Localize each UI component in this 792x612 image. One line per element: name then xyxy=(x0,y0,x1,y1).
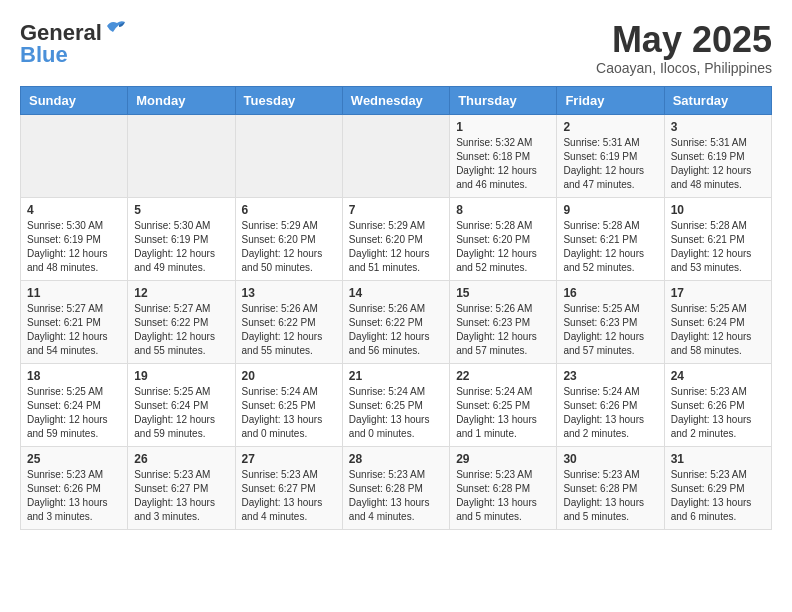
calendar-cell: 27Sunrise: 5:23 AM Sunset: 6:27 PM Dayli… xyxy=(235,446,342,529)
calendar-cell: 28Sunrise: 5:23 AM Sunset: 6:28 PM Dayli… xyxy=(342,446,449,529)
day-number: 20 xyxy=(242,369,336,383)
day-info: Sunrise: 5:25 AM Sunset: 6:23 PM Dayligh… xyxy=(563,302,657,358)
day-number: 18 xyxy=(27,369,121,383)
day-info: Sunrise: 5:23 AM Sunset: 6:26 PM Dayligh… xyxy=(27,468,121,524)
day-number: 22 xyxy=(456,369,550,383)
day-number: 26 xyxy=(134,452,228,466)
day-info: Sunrise: 5:31 AM Sunset: 6:19 PM Dayligh… xyxy=(563,136,657,192)
day-info: Sunrise: 5:30 AM Sunset: 6:19 PM Dayligh… xyxy=(134,219,228,275)
day-info: Sunrise: 5:27 AM Sunset: 6:22 PM Dayligh… xyxy=(134,302,228,358)
weekday-header-friday: Friday xyxy=(557,86,664,114)
calendar-cell: 16Sunrise: 5:25 AM Sunset: 6:23 PM Dayli… xyxy=(557,280,664,363)
day-number: 23 xyxy=(563,369,657,383)
day-info: Sunrise: 5:23 AM Sunset: 6:27 PM Dayligh… xyxy=(242,468,336,524)
day-info: Sunrise: 5:23 AM Sunset: 6:28 PM Dayligh… xyxy=(456,468,550,524)
calendar-cell: 12Sunrise: 5:27 AM Sunset: 6:22 PM Dayli… xyxy=(128,280,235,363)
logo-bird-icon xyxy=(105,18,127,40)
day-info: Sunrise: 5:31 AM Sunset: 6:19 PM Dayligh… xyxy=(671,136,765,192)
calendar-cell xyxy=(235,114,342,197)
day-info: Sunrise: 5:28 AM Sunset: 6:21 PM Dayligh… xyxy=(671,219,765,275)
calendar-cell: 7Sunrise: 5:29 AM Sunset: 6:20 PM Daylig… xyxy=(342,197,449,280)
day-number: 2 xyxy=(563,120,657,134)
weekday-header-sunday: Sunday xyxy=(21,86,128,114)
day-info: Sunrise: 5:23 AM Sunset: 6:27 PM Dayligh… xyxy=(134,468,228,524)
day-number: 24 xyxy=(671,369,765,383)
day-number: 6 xyxy=(242,203,336,217)
day-number: 21 xyxy=(349,369,443,383)
day-info: Sunrise: 5:23 AM Sunset: 6:28 PM Dayligh… xyxy=(563,468,657,524)
week-row-5: 25Sunrise: 5:23 AM Sunset: 6:26 PM Dayli… xyxy=(21,446,772,529)
day-number: 14 xyxy=(349,286,443,300)
page-header: General Blue May 2025 Caoayan, Ilocos, P… xyxy=(20,20,772,76)
day-info: Sunrise: 5:28 AM Sunset: 6:20 PM Dayligh… xyxy=(456,219,550,275)
day-info: Sunrise: 5:23 AM Sunset: 6:28 PM Dayligh… xyxy=(349,468,443,524)
day-info: Sunrise: 5:28 AM Sunset: 6:21 PM Dayligh… xyxy=(563,219,657,275)
day-number: 29 xyxy=(456,452,550,466)
calendar-cell: 19Sunrise: 5:25 AM Sunset: 6:24 PM Dayli… xyxy=(128,363,235,446)
week-row-3: 11Sunrise: 5:27 AM Sunset: 6:21 PM Dayli… xyxy=(21,280,772,363)
calendar-cell: 6Sunrise: 5:29 AM Sunset: 6:20 PM Daylig… xyxy=(235,197,342,280)
day-info: Sunrise: 5:23 AM Sunset: 6:29 PM Dayligh… xyxy=(671,468,765,524)
day-number: 4 xyxy=(27,203,121,217)
calendar-cell: 17Sunrise: 5:25 AM Sunset: 6:24 PM Dayli… xyxy=(664,280,771,363)
day-number: 9 xyxy=(563,203,657,217)
day-info: Sunrise: 5:26 AM Sunset: 6:22 PM Dayligh… xyxy=(349,302,443,358)
month-title: May 2025 xyxy=(596,20,772,60)
calendar-cell: 8Sunrise: 5:28 AM Sunset: 6:20 PM Daylig… xyxy=(450,197,557,280)
day-number: 28 xyxy=(349,452,443,466)
logo-blue-text: Blue xyxy=(20,42,68,68)
day-number: 10 xyxy=(671,203,765,217)
weekday-header-saturday: Saturday xyxy=(664,86,771,114)
day-number: 19 xyxy=(134,369,228,383)
calendar-cell: 1Sunrise: 5:32 AM Sunset: 6:18 PM Daylig… xyxy=(450,114,557,197)
day-number: 3 xyxy=(671,120,765,134)
calendar-cell: 18Sunrise: 5:25 AM Sunset: 6:24 PM Dayli… xyxy=(21,363,128,446)
day-number: 11 xyxy=(27,286,121,300)
day-info: Sunrise: 5:32 AM Sunset: 6:18 PM Dayligh… xyxy=(456,136,550,192)
day-number: 25 xyxy=(27,452,121,466)
day-number: 16 xyxy=(563,286,657,300)
day-info: Sunrise: 5:24 AM Sunset: 6:25 PM Dayligh… xyxy=(349,385,443,441)
day-number: 8 xyxy=(456,203,550,217)
day-number: 27 xyxy=(242,452,336,466)
calendar-cell: 13Sunrise: 5:26 AM Sunset: 6:22 PM Dayli… xyxy=(235,280,342,363)
day-info: Sunrise: 5:29 AM Sunset: 6:20 PM Dayligh… xyxy=(349,219,443,275)
day-number: 31 xyxy=(671,452,765,466)
day-info: Sunrise: 5:25 AM Sunset: 6:24 PM Dayligh… xyxy=(134,385,228,441)
title-block: May 2025 Caoayan, Ilocos, Philippines xyxy=(596,20,772,76)
day-info: Sunrise: 5:25 AM Sunset: 6:24 PM Dayligh… xyxy=(671,302,765,358)
calendar-cell xyxy=(342,114,449,197)
logo: General Blue xyxy=(20,20,127,68)
calendar-cell xyxy=(128,114,235,197)
day-info: Sunrise: 5:26 AM Sunset: 6:23 PM Dayligh… xyxy=(456,302,550,358)
calendar-cell: 30Sunrise: 5:23 AM Sunset: 6:28 PM Dayli… xyxy=(557,446,664,529)
day-number: 12 xyxy=(134,286,228,300)
day-number: 7 xyxy=(349,203,443,217)
calendar-cell: 29Sunrise: 5:23 AM Sunset: 6:28 PM Dayli… xyxy=(450,446,557,529)
calendar-cell xyxy=(21,114,128,197)
day-info: Sunrise: 5:30 AM Sunset: 6:19 PM Dayligh… xyxy=(27,219,121,275)
calendar-cell: 11Sunrise: 5:27 AM Sunset: 6:21 PM Dayli… xyxy=(21,280,128,363)
calendar-cell: 23Sunrise: 5:24 AM Sunset: 6:26 PM Dayli… xyxy=(557,363,664,446)
calendar-cell: 21Sunrise: 5:24 AM Sunset: 6:25 PM Dayli… xyxy=(342,363,449,446)
weekday-header-wednesday: Wednesday xyxy=(342,86,449,114)
week-row-1: 1Sunrise: 5:32 AM Sunset: 6:18 PM Daylig… xyxy=(21,114,772,197)
week-row-4: 18Sunrise: 5:25 AM Sunset: 6:24 PM Dayli… xyxy=(21,363,772,446)
weekday-header-row: SundayMondayTuesdayWednesdayThursdayFrid… xyxy=(21,86,772,114)
calendar-cell: 15Sunrise: 5:26 AM Sunset: 6:23 PM Dayli… xyxy=(450,280,557,363)
calendar-cell: 14Sunrise: 5:26 AM Sunset: 6:22 PM Dayli… xyxy=(342,280,449,363)
day-info: Sunrise: 5:25 AM Sunset: 6:24 PM Dayligh… xyxy=(27,385,121,441)
day-info: Sunrise: 5:24 AM Sunset: 6:25 PM Dayligh… xyxy=(242,385,336,441)
day-info: Sunrise: 5:23 AM Sunset: 6:26 PM Dayligh… xyxy=(671,385,765,441)
day-info: Sunrise: 5:27 AM Sunset: 6:21 PM Dayligh… xyxy=(27,302,121,358)
calendar-cell: 24Sunrise: 5:23 AM Sunset: 6:26 PM Dayli… xyxy=(664,363,771,446)
calendar-cell: 2Sunrise: 5:31 AM Sunset: 6:19 PM Daylig… xyxy=(557,114,664,197)
day-info: Sunrise: 5:29 AM Sunset: 6:20 PM Dayligh… xyxy=(242,219,336,275)
day-info: Sunrise: 5:24 AM Sunset: 6:25 PM Dayligh… xyxy=(456,385,550,441)
calendar-cell: 22Sunrise: 5:24 AM Sunset: 6:25 PM Dayli… xyxy=(450,363,557,446)
calendar-cell: 9Sunrise: 5:28 AM Sunset: 6:21 PM Daylig… xyxy=(557,197,664,280)
calendar-cell: 3Sunrise: 5:31 AM Sunset: 6:19 PM Daylig… xyxy=(664,114,771,197)
day-number: 5 xyxy=(134,203,228,217)
day-number: 15 xyxy=(456,286,550,300)
day-number: 1 xyxy=(456,120,550,134)
